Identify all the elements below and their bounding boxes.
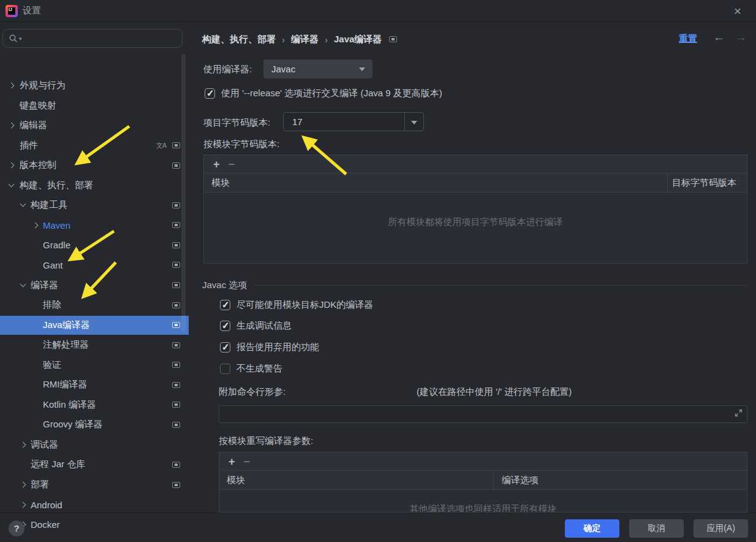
- chevron-right-icon[interactable]: [20, 441, 26, 448]
- screen-icon: [172, 322, 180, 328]
- sidebar-item-label: 远程 Jar 仓库: [31, 459, 85, 470]
- sidebar-item-build-tools[interactable]: 构建工具: [0, 196, 189, 215]
- table-toolbar: + −: [219, 452, 747, 471]
- sidebar-item-android[interactable]: Android: [0, 495, 189, 514]
- chevron-right-icon[interactable]: [9, 123, 15, 129]
- chevron-right-icon[interactable]: [20, 482, 26, 488]
- sidebar-item-annotation-processors[interactable]: 注解处理器: [0, 335, 189, 354]
- sidebar-item-plugins[interactable]: 插件文A: [0, 136, 189, 155]
- sidebar-item-label: 排除: [43, 299, 61, 311]
- table-header: 模块 目标字节码版本: [204, 174, 747, 193]
- column-compile-options[interactable]: 编译选项: [502, 475, 539, 486]
- expand-icon[interactable]: [735, 409, 743, 417]
- compiler-dropdown[interactable]: Javac: [263, 59, 372, 78]
- close-icon[interactable]: ×: [729, 2, 746, 20]
- screen-icon: [172, 242, 180, 248]
- apply-button[interactable]: 应用(A): [694, 519, 748, 538]
- sidebar-item-gant[interactable]: Gant: [0, 256, 189, 275]
- release-checkbox[interactable]: [205, 88, 215, 99]
- per-module-bytecode-table: + − 模块 目标字节码版本 所有模块都将使用项目字节码版本进行编译: [203, 155, 747, 264]
- sidebar-item-maven[interactable]: Maven: [0, 216, 189, 235]
- settings-sidebar: ▾ 外观与行为键盘映射编辑器插件文A版本控制构建、执行、部署构建工具MavenG…: [0, 22, 189, 513]
- column-module[interactable]: 模块: [227, 475, 245, 486]
- add-icon[interactable]: +: [229, 456, 235, 467]
- javac-option-row[interactable]: 报告使用弃用的功能: [220, 342, 319, 353]
- sidebar-item-label: Groovy 编译器: [43, 419, 103, 430]
- chevron-right-icon[interactable]: [9, 162, 15, 169]
- ok-button[interactable]: 确定: [565, 519, 619, 538]
- reset-link[interactable]: 重置: [679, 33, 697, 45]
- table-empty-text: 其他编译选项也同样适用于所有模块: [219, 503, 747, 513]
- cmdline-params-input[interactable]: [219, 405, 747, 423]
- screen-icon: [172, 262, 180, 268]
- sidebar-item-label: 注解处理器: [43, 339, 89, 351]
- screen-icon: [172, 482, 180, 488]
- sidebar-item-editor[interactable]: 编辑器: [0, 116, 189, 135]
- sidebar-item-kotlin-compiler[interactable]: Kotlin 编译器: [0, 395, 189, 414]
- release-option-row[interactable]: 使用 '--release' 选项进行交叉编译 (Java 9 及更高版本): [205, 88, 442, 99]
- search-options-caret-icon[interactable]: ▾: [19, 36, 22, 42]
- sidebar-item-debugger[interactable]: 调试器: [0, 435, 189, 454]
- sidebar-item-java-compiler[interactable]: Java编译器: [0, 316, 189, 335]
- help-button[interactable]: ?: [9, 521, 25, 536]
- javac-option-row[interactable]: 尽可能使用模块目标JDK的编译器: [220, 299, 373, 311]
- chevron-down-icon: [411, 121, 417, 124]
- checkbox[interactable]: [220, 321, 230, 331]
- javac-option-row[interactable]: 不生成警告: [220, 363, 282, 375]
- chevron-down-icon[interactable]: [9, 181, 15, 187]
- sidebar-item-validation[interactable]: 验证: [0, 356, 189, 375]
- chevron-right-icon[interactable]: [9, 83, 15, 89]
- column-module[interactable]: 模块: [211, 177, 230, 189]
- sidebar-item-compiler[interactable]: 编译器: [0, 276, 189, 295]
- checkbox[interactable]: [220, 364, 230, 374]
- override-params-table: + − 模块 编译选项 其他编译选项也同样适用于所有模块: [219, 452, 747, 513]
- sidebar-item-label: 验证: [43, 359, 61, 371]
- sidebar-item-groovy-compiler[interactable]: Groovy 编译器: [0, 415, 189, 434]
- search-input[interactable]: ▾: [2, 29, 183, 48]
- sidebar-item-version-control[interactable]: 版本控制: [0, 156, 189, 175]
- row-icons: [172, 475, 180, 494]
- breadcrumb-item[interactable]: 编译器: [291, 34, 319, 45]
- chevron-down-icon[interactable]: [20, 201, 26, 207]
- screen-icon: [172, 162, 180, 169]
- javac-option-row[interactable]: 生成调试信息: [220, 320, 292, 332]
- remove-icon: −: [229, 159, 235, 170]
- sidebar-item-excludes[interactable]: 排除: [0, 296, 189, 315]
- cancel-button[interactable]: 取消: [629, 519, 684, 538]
- table-header: 模块 编译选项: [219, 471, 747, 490]
- column-target-bytecode[interactable]: 目标字节码版本: [672, 177, 736, 189]
- row-icons: [172, 256, 180, 275]
- screen-icon: [172, 462, 180, 468]
- sidebar-item-remote-jar-repos[interactable]: 远程 Jar 仓库: [0, 455, 189, 474]
- sidebar-item-label: RMI编译器: [43, 379, 88, 391]
- cmdline-params-label: 附加命令行形参:: [219, 386, 285, 398]
- row-icons: [172, 156, 180, 175]
- sidebar-item-label: Java编译器: [43, 319, 90, 331]
- back-arrow-icon[interactable]: ←: [713, 31, 725, 44]
- sidebar-scrollbar[interactable]: [181, 54, 186, 332]
- sidebar-item-keymap[interactable]: 键盘映射: [0, 96, 189, 115]
- checkbox-label: 尽可能使用模块目标JDK的编译器: [236, 299, 373, 311]
- bytecode-version-combobox[interactable]: 17: [283, 112, 424, 131]
- chevron-right-icon[interactable]: [32, 222, 39, 228]
- screen-icon: [172, 342, 180, 348]
- add-icon[interactable]: +: [213, 159, 220, 170]
- row-icons: [172, 455, 180, 474]
- screen-icon: [172, 142, 180, 148]
- sidebar-item-rmi-compiler[interactable]: RMI编译器: [0, 375, 189, 394]
- sidebar-item-build-execution-deployment[interactable]: 构建、执行、部署: [0, 176, 189, 195]
- row-icons: [172, 356, 180, 375]
- checkbox[interactable]: [220, 342, 230, 353]
- sidebar-item-gradle[interactable]: Gradle: [0, 235, 189, 254]
- table-toolbar: + −: [204, 155, 747, 174]
- checkbox[interactable]: [220, 300, 230, 310]
- breadcrumb-separator: ›: [325, 34, 328, 45]
- forward-arrow-icon: →: [735, 31, 747, 44]
- chevron-right-icon[interactable]: [20, 502, 26, 508]
- chevron-down-icon: [359, 67, 365, 71]
- breadcrumb-item[interactable]: Java编译器: [334, 34, 382, 45]
- sidebar-item-deployment[interactable]: 部署: [0, 475, 189, 494]
- sidebar-item-appearance-behavior[interactable]: 外观与行为: [0, 76, 189, 95]
- chevron-down-icon[interactable]: [20, 281, 26, 287]
- breadcrumb-item[interactable]: 构建、执行、部署: [202, 34, 276, 45]
